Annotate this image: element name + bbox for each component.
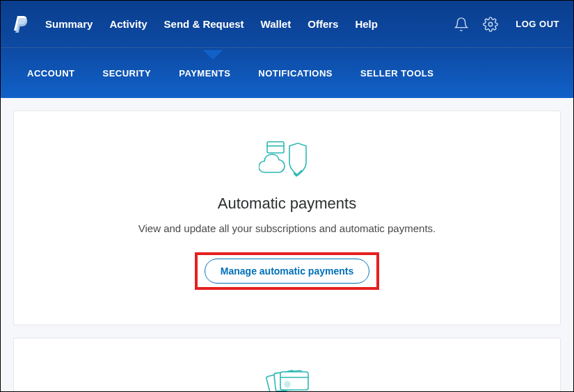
tab-seller-tools[interactable]: SELLER TOOLS	[360, 68, 433, 79]
tab-notifications[interactable]: NOTIFICATIONS	[258, 68, 333, 79]
logout-link[interactable]: LOG OUT	[516, 19, 559, 29]
tab-payments[interactable]: PAYMENTS	[179, 68, 230, 79]
svg-point-0	[489, 22, 493, 26]
nav-summary[interactable]: Summary	[45, 18, 93, 30]
content-area: Automatic payments View and update all y…	[1, 98, 573, 392]
notifications-icon[interactable]	[453, 16, 470, 33]
nav-right: LOG OUT	[453, 16, 559, 33]
active-tab-indicator-icon	[203, 50, 223, 60]
nav-links: Summary Activity Send & Request Wallet O…	[45, 18, 453, 30]
nav-wallet[interactable]: Wallet	[261, 18, 292, 30]
automatic-payments-card: Automatic payments View and update all y…	[13, 111, 561, 325]
tab-account[interactable]: ACCOUNT	[27, 68, 75, 79]
nav-activity[interactable]: Activity	[109, 18, 147, 30]
svg-point-7	[285, 382, 290, 387]
cards-stack-icon	[14, 359, 560, 392]
shield-cloud-icon	[35, 139, 539, 182]
svg-rect-1	[267, 142, 284, 153]
nav-offers[interactable]: Offers	[308, 18, 338, 30]
manage-automatic-payments-button[interactable]: Manage automatic payments	[205, 259, 369, 284]
card-description: View and update all your subscriptions a…	[35, 222, 539, 234]
settings-icon[interactable]	[482, 16, 499, 33]
tab-security[interactable]: SECURITY	[103, 68, 152, 79]
settings-tabs: ACCOUNT SECURITY PAYMENTS NOTIFICATIONS …	[1, 48, 573, 98]
nav-help[interactable]: Help	[355, 18, 378, 30]
paypal-logo[interactable]	[13, 15, 29, 33]
primary-nav: Summary Activity Send & Request Wallet O…	[1, 1, 573, 48]
card-title: Automatic payments	[35, 195, 539, 213]
svg-rect-5	[280, 372, 308, 390]
highlight-annotation: Manage automatic payments	[195, 252, 379, 290]
secondary-card	[13, 338, 561, 392]
nav-send-request[interactable]: Send & Request	[164, 18, 244, 30]
